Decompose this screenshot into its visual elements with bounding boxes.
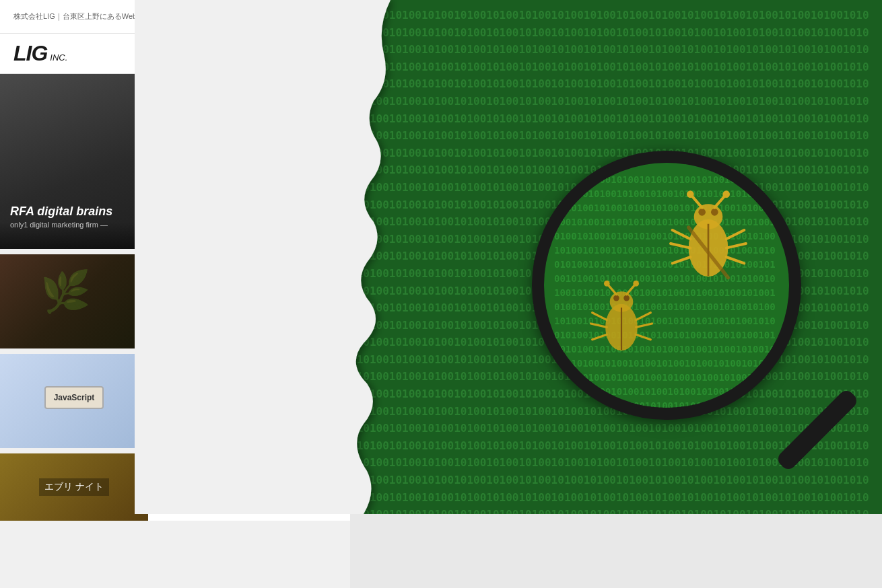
article-4-sign: エブリ ナイト (39, 478, 109, 496)
top-bar: 株式会社LIG｜台東区上野にあるWeb制作会社 会社案内 採用情報 お問い合わせ… (0, 0, 882, 34)
recruit-button[interactable]: 採用情報 (607, 6, 663, 27)
article-4[interactable]: エブリ ナイト (0, 453, 350, 521)
content-area: RFA digital brains only1 digital marketi… (0, 74, 882, 588)
article-2-category[interactable]: LIGプレス (159, 300, 339, 311)
nav-item-web[interactable]: Web制作 (306, 48, 367, 60)
article-2-author-name: いなみ (183, 322, 207, 333)
nav-item-contents[interactable]: コンテンツ制作 (366, 48, 452, 60)
featured-article[interactable]: RFA digital brains only1 digital marketi… (0, 74, 350, 249)
featured-overlay-text: RFA digital brains only1 digital marketi… (10, 205, 112, 229)
search-icon: 🔍 (750, 10, 764, 23)
article-3-title: RubyにPythonにSwiftまで？...使ってみよう！ (159, 367, 339, 396)
featured-article-content: NEW マーケティングに創造的思考を。クリエイティブ×マーケティングの理想を追求… (263, 74, 350, 249)
nav-item-technology[interactable]: テクノロジー (512, 48, 590, 60)
article-2-badge: NEW (141, 258, 170, 269)
company-button[interactable]: 会社案内 (547, 6, 602, 27)
article-2-content: NEW 【LIGからの挑戦状】梅雨でテンションダウン！かかる悪魔的な謎 LIGプ… (148, 254, 350, 348)
nav-item-career[interactable]: キャリア (590, 48, 650, 60)
article-2-avatar (159, 317, 179, 337)
article-2[interactable]: NEW 【LIGからの挑戦状】梅雨でテンションダウン！かかる悪魔的な謎 LIGプ… (0, 254, 350, 348)
article-3-author: つ... (159, 416, 339, 437)
article-3-image: JavaScript (0, 354, 148, 448)
featured-badge: NEW (318, 74, 350, 106)
featured-article-image: RFA digital brains only1 digital marketi… (0, 74, 263, 249)
main-header: LIG INC. Web制作 コンテンツ制作 ビジネス テクノロジー キャリア … (0, 34, 882, 74)
featured-article-title: マーケティングに創造的思考を。クリエイティブ×マーケティングの理想を追求する (273, 93, 339, 249)
article-3-avatar (159, 416, 179, 437)
logo-inc: INC. (50, 52, 67, 63)
featured-brand-sub: only1 digital marketing firm — (10, 221, 112, 229)
main-nav: Web制作 コンテンツ制作 ビジネス テクノロジー キャリア ライフ エンタメ … (306, 48, 869, 60)
search-area: 🔍 (750, 9, 869, 24)
right-top-image: すご動画制い (350, 74, 882, 249)
nav-item-business[interactable]: ビジネス (452, 48, 512, 60)
logo[interactable]: LIG INC. (13, 41, 67, 66)
contact-button[interactable]: お問い合わせ (668, 6, 739, 27)
featured-brand: RFA digital brains (10, 205, 112, 219)
site-description: 株式会社LIG｜台東区上野にあるWeb制作会社 (13, 11, 166, 22)
article-4-image: エブリ ナイト (0, 453, 148, 521)
right-kanji-sign: すご動画制い (753, 87, 877, 116)
article-2-title: 【LIGからの挑戦状】梅雨でテンションダウン！かかる悪魔的な謎 (159, 268, 339, 296)
article-3[interactable]: JavaScript NEW RubyにPythonにSwiftまで？...使っ… (0, 354, 350, 448)
right-column: すご動画制い (350, 74, 882, 588)
nav-item-entertainment[interactable]: エンタメ (701, 48, 761, 60)
article-3-author-name: つ... (183, 421, 198, 433)
article-2-image (0, 254, 148, 348)
article-2-author: いなみ (159, 317, 339, 337)
nav-item-lig[interactable]: LIG (761, 48, 800, 59)
article-3-category[interactable]: それいけ！フロントエン... (159, 400, 339, 411)
left-column: RFA digital brains only1 digital marketi… (0, 74, 350, 588)
logo-text: LIG (13, 41, 47, 66)
article-4-content (148, 453, 350, 521)
article-3-content: NEW RubyにPythonにSwiftまで？...使ってみよう！ それいけ！… (148, 354, 350, 448)
nav-item-life[interactable]: ライフ (650, 48, 701, 60)
search-input[interactable] (768, 9, 869, 24)
nav-item-library[interactable]: ライブラリ (800, 48, 869, 60)
top-actions: 会社案内 採用情報 お問い合わせ 🔍 (547, 6, 869, 27)
article-3-badge: NEW (141, 357, 170, 369)
js-label: JavaScript (44, 386, 104, 409)
